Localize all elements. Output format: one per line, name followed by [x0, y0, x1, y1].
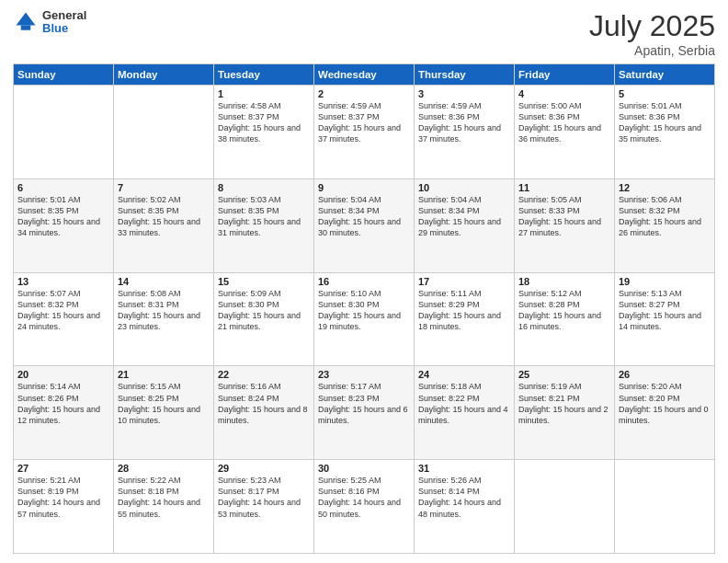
calendar-cell: 19Sunrise: 5:13 AMSunset: 8:27 PMDayligh…: [615, 272, 715, 366]
cell-info: Sunrise: 4:59 AMSunset: 8:37 PMDaylight:…: [318, 100, 410, 145]
week-row-5: 27Sunrise: 5:21 AMSunset: 8:19 PMDayligh…: [14, 460, 715, 554]
cell-info: Sunrise: 5:00 AMSunset: 8:36 PMDaylight:…: [518, 100, 610, 145]
calendar-cell: 9Sunrise: 5:04 AMSunset: 8:34 PMDaylight…: [314, 178, 415, 272]
cell-info: Sunrise: 4:58 AMSunset: 8:37 PMDaylight:…: [218, 100, 310, 145]
weekday-header-row: SundayMondayTuesdayWednesdayThursdayFrid…: [14, 64, 715, 86]
calendar-cell: 13Sunrise: 5:07 AMSunset: 8:32 PMDayligh…: [14, 272, 114, 366]
day-number: 19: [619, 276, 711, 287]
day-number: 22: [218, 369, 310, 380]
day-number: 30: [318, 463, 410, 474]
calendar-cell: [14, 86, 114, 179]
weekday-header-monday: Monday: [114, 64, 214, 86]
cell-info: Sunrise: 5:21 AMSunset: 8:19 PMDaylight:…: [17, 475, 109, 520]
cell-info: Sunrise: 4:59 AMSunset: 8:36 PMDaylight:…: [418, 100, 510, 145]
day-number: 7: [118, 182, 210, 193]
calendar-cell: 15Sunrise: 5:09 AMSunset: 8:30 PMDayligh…: [214, 272, 314, 366]
cell-info: Sunrise: 5:03 AMSunset: 8:35 PMDaylight:…: [218, 194, 310, 239]
cell-info: Sunrise: 5:09 AMSunset: 8:30 PMDaylight:…: [218, 288, 310, 333]
cell-info: Sunrise: 5:06 AMSunset: 8:32 PMDaylight:…: [619, 194, 711, 239]
cell-info: Sunrise: 5:10 AMSunset: 8:30 PMDaylight:…: [318, 288, 410, 333]
day-number: 5: [619, 88, 711, 99]
weekday-header-sunday: Sunday: [14, 64, 114, 86]
cell-info: Sunrise: 5:08 AMSunset: 8:31 PMDaylight:…: [118, 288, 210, 333]
day-number: 10: [418, 182, 510, 193]
calendar-cell: 24Sunrise: 5:18 AMSunset: 8:22 PMDayligh…: [415, 366, 515, 460]
day-number: 3: [418, 88, 510, 99]
day-number: 2: [318, 88, 410, 99]
calendar-cell: 29Sunrise: 5:23 AMSunset: 8:17 PMDayligh…: [214, 460, 314, 554]
cell-info: Sunrise: 5:12 AMSunset: 8:28 PMDaylight:…: [518, 288, 610, 333]
cell-info: Sunrise: 5:19 AMSunset: 8:21 PMDaylight:…: [518, 381, 610, 426]
calendar-cell: 8Sunrise: 5:03 AMSunset: 8:35 PMDaylight…: [214, 178, 314, 272]
calendar-cell: 5Sunrise: 5:01 AMSunset: 8:36 PMDaylight…: [615, 86, 715, 179]
cell-info: Sunrise: 5:01 AMSunset: 8:36 PMDaylight:…: [619, 100, 711, 145]
calendar-cell: 4Sunrise: 5:00 AMSunset: 8:36 PMDaylight…: [515, 86, 615, 179]
month-title: July 2025: [589, 9, 715, 43]
calendar-cell: [515, 460, 615, 554]
day-number: 6: [17, 182, 109, 193]
calendar-cell: 6Sunrise: 5:01 AMSunset: 8:35 PMDaylight…: [14, 178, 114, 272]
calendar-cell: 14Sunrise: 5:08 AMSunset: 8:31 PMDayligh…: [114, 272, 214, 366]
day-number: 4: [518, 88, 610, 99]
day-number: 16: [318, 276, 410, 287]
calendar-cell: 12Sunrise: 5:06 AMSunset: 8:32 PMDayligh…: [615, 178, 715, 272]
logo-text: General Blue: [42, 9, 86, 36]
weekday-header-thursday: Thursday: [415, 64, 515, 86]
week-row-2: 6Sunrise: 5:01 AMSunset: 8:35 PMDaylight…: [14, 178, 715, 272]
calendar-cell: 18Sunrise: 5:12 AMSunset: 8:28 PMDayligh…: [515, 272, 615, 366]
weekday-header-tuesday: Tuesday: [214, 64, 314, 86]
day-number: 23: [318, 369, 410, 380]
cell-info: Sunrise: 5:23 AMSunset: 8:17 PMDaylight:…: [218, 475, 310, 520]
header: General Blue July 2025 Apatin, Serbia: [13, 9, 715, 58]
cell-info: Sunrise: 5:16 AMSunset: 8:24 PMDaylight:…: [218, 381, 310, 426]
cell-info: Sunrise: 5:26 AMSunset: 8:14 PMDaylight:…: [418, 475, 510, 520]
weekday-header-friday: Friday: [515, 64, 615, 86]
calendar-cell: [114, 86, 214, 179]
day-number: 14: [118, 276, 210, 287]
calendar-cell: 25Sunrise: 5:19 AMSunset: 8:21 PMDayligh…: [515, 366, 615, 460]
title-block: July 2025 Apatin, Serbia: [589, 9, 715, 58]
calendar-cell: 17Sunrise: 5:11 AMSunset: 8:29 PMDayligh…: [415, 272, 515, 366]
cell-info: Sunrise: 5:04 AMSunset: 8:34 PMDaylight:…: [318, 194, 410, 239]
calendar-cell: 28Sunrise: 5:22 AMSunset: 8:18 PMDayligh…: [114, 460, 214, 554]
day-number: 13: [17, 276, 109, 287]
calendar-cell: 30Sunrise: 5:25 AMSunset: 8:16 PMDayligh…: [314, 460, 415, 554]
cell-info: Sunrise: 5:07 AMSunset: 8:32 PMDaylight:…: [17, 288, 109, 333]
logo-icon: [13, 9, 39, 35]
svg-rect-1: [21, 26, 31, 30]
day-number: 31: [418, 463, 510, 474]
day-number: 9: [318, 182, 410, 193]
svg-marker-0: [17, 13, 36, 26]
weekday-header-saturday: Saturday: [615, 64, 715, 86]
day-number: 18: [518, 276, 610, 287]
calendar-table: SundayMondayTuesdayWednesdayThursdayFrid…: [13, 63, 715, 554]
day-number: 28: [118, 463, 210, 474]
cell-info: Sunrise: 5:02 AMSunset: 8:35 PMDaylight:…: [118, 194, 210, 239]
calendar-cell: 27Sunrise: 5:21 AMSunset: 8:19 PMDayligh…: [14, 460, 114, 554]
calendar-cell: 11Sunrise: 5:05 AMSunset: 8:33 PMDayligh…: [515, 178, 615, 272]
logo: General Blue: [13, 9, 86, 36]
calendar-cell: 10Sunrise: 5:04 AMSunset: 8:34 PMDayligh…: [415, 178, 515, 272]
cell-info: Sunrise: 5:20 AMSunset: 8:20 PMDaylight:…: [619, 381, 711, 426]
calendar-cell: 16Sunrise: 5:10 AMSunset: 8:30 PMDayligh…: [314, 272, 415, 366]
cell-info: Sunrise: 5:13 AMSunset: 8:27 PMDaylight:…: [619, 288, 711, 333]
day-number: 20: [17, 369, 109, 380]
calendar-cell: 26Sunrise: 5:20 AMSunset: 8:20 PMDayligh…: [615, 366, 715, 460]
calendar-cell: 31Sunrise: 5:26 AMSunset: 8:14 PMDayligh…: [415, 460, 515, 554]
calendar-cell: [615, 460, 715, 554]
cell-info: Sunrise: 5:22 AMSunset: 8:18 PMDaylight:…: [118, 475, 210, 520]
calendar-cell: 2Sunrise: 4:59 AMSunset: 8:37 PMDaylight…: [314, 86, 415, 179]
calendar-cell: 20Sunrise: 5:14 AMSunset: 8:26 PMDayligh…: [14, 366, 114, 460]
cell-info: Sunrise: 5:11 AMSunset: 8:29 PMDaylight:…: [418, 288, 510, 333]
calendar-cell: 3Sunrise: 4:59 AMSunset: 8:36 PMDaylight…: [415, 86, 515, 179]
day-number: 24: [418, 369, 510, 380]
calendar-cell: 21Sunrise: 5:15 AMSunset: 8:25 PMDayligh…: [114, 366, 214, 460]
day-number: 8: [218, 182, 310, 193]
cell-info: Sunrise: 5:01 AMSunset: 8:35 PMDaylight:…: [17, 194, 109, 239]
day-number: 27: [17, 463, 109, 474]
day-number: 1: [218, 88, 310, 99]
day-number: 26: [619, 369, 711, 380]
calendar-cell: 7Sunrise: 5:02 AMSunset: 8:35 PMDaylight…: [114, 178, 214, 272]
cell-info: Sunrise: 5:04 AMSunset: 8:34 PMDaylight:…: [418, 194, 510, 239]
cell-info: Sunrise: 5:18 AMSunset: 8:22 PMDaylight:…: [418, 381, 510, 426]
